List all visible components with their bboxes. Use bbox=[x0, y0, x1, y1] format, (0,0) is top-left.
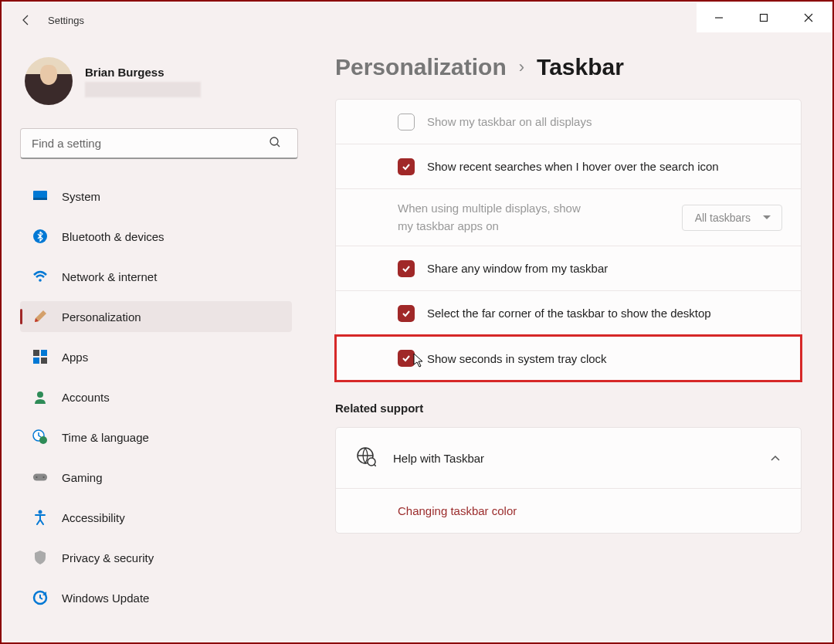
profile-block[interactable]: Brian Burgess bbox=[20, 57, 292, 105]
sidebar-item-apps[interactable]: Apps bbox=[20, 341, 292, 372]
checkbox-checked[interactable] bbox=[398, 158, 415, 175]
sidebar-item-label: Windows Update bbox=[62, 591, 149, 605]
back-button[interactable] bbox=[14, 8, 39, 32]
sidebar-item-label: Apps bbox=[62, 351, 88, 364]
breadcrumb: Personalization › Taskbar bbox=[335, 54, 802, 80]
svg-point-18 bbox=[39, 510, 42, 514]
svg-line-3 bbox=[277, 144, 280, 147]
breadcrumb-parent[interactable]: Personalization bbox=[335, 54, 507, 80]
sidebar-item-system[interactable]: System bbox=[20, 181, 292, 212]
svg-rect-1 bbox=[761, 15, 768, 22]
sidebar-item-personalization[interactable]: Personalization bbox=[20, 301, 292, 332]
update-icon bbox=[32, 590, 48, 605]
close-button[interactable] bbox=[786, 3, 831, 32]
clock-globe-icon bbox=[32, 429, 48, 445]
apps-icon bbox=[32, 349, 48, 364]
related-support-title: Related support bbox=[335, 402, 802, 415]
minimize-button[interactable] bbox=[697, 3, 741, 32]
setting-recent-searches[interactable]: Show recent searches when I hover over t… bbox=[336, 144, 801, 189]
setting-description: When using multiple displays, show my ta… bbox=[398, 200, 598, 235]
support-expand-header[interactable]: Help with Taskbar bbox=[336, 428, 801, 489]
svg-point-2 bbox=[270, 137, 278, 145]
search-icon bbox=[269, 136, 281, 151]
svg-point-17 bbox=[42, 476, 44, 478]
sidebar-item-label: Accounts bbox=[62, 391, 110, 404]
setting-label: Select the far corner of the taskbar to … bbox=[427, 307, 787, 320]
breadcrumb-current: Taskbar bbox=[537, 54, 624, 80]
sidebar-item-privacy[interactable]: Privacy & security bbox=[20, 542, 292, 573]
sidebar-item-label: System bbox=[62, 190, 100, 203]
maximize-button[interactable] bbox=[741, 3, 786, 32]
checkbox-checked[interactable] bbox=[398, 260, 415, 277]
sidebar-item-label: Gaming bbox=[62, 471, 103, 484]
svg-rect-9 bbox=[41, 350, 47, 356]
setting-show-all-displays[interactable]: Show my taskbar on all displays bbox=[336, 100, 801, 144]
globe-help-icon bbox=[356, 446, 376, 469]
checkbox-checked[interactable] bbox=[398, 350, 415, 367]
sidebar-item-label: Time & language bbox=[62, 431, 149, 444]
svg-rect-15 bbox=[33, 473, 47, 480]
setting-label: Show my taskbar on all displays bbox=[427, 115, 787, 128]
svg-rect-5 bbox=[33, 198, 47, 200]
support-link-taskbar-color[interactable]: Changing taskbar color bbox=[336, 489, 801, 533]
paintbrush-icon bbox=[32, 309, 48, 324]
svg-line-22 bbox=[375, 465, 377, 467]
svg-rect-8 bbox=[33, 350, 39, 356]
profile-name: Brian Burgess bbox=[85, 66, 201, 79]
avatar bbox=[25, 57, 73, 105]
gamepad-icon bbox=[32, 469, 48, 485]
support-card: Help with Taskbar Changing taskbar color bbox=[335, 427, 802, 534]
taskbar-apps-dropdown[interactable]: All taskbars bbox=[682, 205, 782, 231]
setting-label: Show seconds in system tray clock bbox=[427, 352, 787, 365]
chevron-right-icon: › bbox=[519, 57, 524, 77]
sidebar-item-gaming[interactable]: Gaming bbox=[20, 462, 292, 493]
sidebar-item-bluetooth[interactable]: Bluetooth & devices bbox=[20, 221, 292, 252]
setting-show-seconds[interactable]: Show seconds in system tray clock bbox=[336, 336, 801, 381]
sidebar-item-accessibility[interactable]: Accessibility bbox=[20, 502, 292, 533]
sidebar-item-label: Network & internet bbox=[62, 270, 157, 283]
wifi-icon bbox=[32, 269, 48, 284]
search-input[interactable] bbox=[20, 128, 298, 159]
shield-icon bbox=[32, 550, 48, 565]
sidebar-item-label: Privacy & security bbox=[62, 551, 154, 564]
svg-rect-11 bbox=[41, 358, 47, 364]
checkbox-unchecked[interactable] bbox=[398, 114, 415, 130]
sidebar-item-label: Bluetooth & devices bbox=[62, 230, 164, 243]
setting-share-window[interactable]: Share any window from my taskbar bbox=[336, 246, 801, 291]
chevron-up-icon bbox=[770, 451, 781, 465]
accessibility-icon bbox=[32, 510, 48, 525]
system-icon bbox=[32, 188, 48, 204]
sidebar-item-time-language[interactable]: Time & language bbox=[20, 422, 292, 452]
cursor-icon bbox=[413, 353, 425, 368]
svg-point-14 bbox=[39, 436, 47, 444]
sidebar-item-label: Accessibility bbox=[62, 511, 125, 524]
svg-point-16 bbox=[36, 476, 37, 478]
bluetooth-icon bbox=[32, 229, 48, 244]
svg-point-12 bbox=[37, 391, 43, 398]
svg-rect-10 bbox=[33, 358, 39, 364]
checkbox-checked[interactable] bbox=[398, 305, 415, 322]
setting-far-corner[interactable]: Select the far corner of the taskbar to … bbox=[336, 291, 801, 336]
sidebar-item-network[interactable]: Network & internet bbox=[20, 261, 292, 292]
setting-label: Share any window from my taskbar bbox=[427, 262, 787, 275]
sidebar-item-label: Personalization bbox=[62, 310, 141, 324]
sidebar-item-windows-update[interactable]: Windows Update bbox=[20, 582, 292, 613]
sidebar-item-accounts[interactable]: Accounts bbox=[20, 381, 292, 412]
app-title: Settings bbox=[48, 15, 84, 26]
taskbar-settings-card: Show my taskbar on all displays Show rec… bbox=[335, 99, 802, 381]
svg-point-7 bbox=[39, 279, 42, 282]
setting-multi-display: When using multiple displays, show my ta… bbox=[336, 189, 801, 246]
setting-label: Show recent searches when I hover over t… bbox=[427, 160, 787, 173]
support-header-label: Help with Taskbar bbox=[393, 452, 753, 465]
person-icon bbox=[32, 389, 48, 405]
profile-email-redacted bbox=[85, 82, 201, 97]
